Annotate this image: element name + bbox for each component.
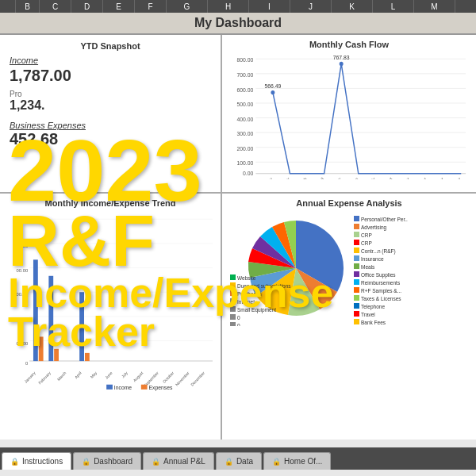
svg-text:Insurance: Insurance: [361, 256, 384, 262]
svg-text:00.00: 00.00: [17, 244, 29, 248]
tab-dashboard-label: Dashboard: [94, 457, 132, 466]
col-l: L: [373, 0, 414, 13]
svg-rect-94: [354, 271, 359, 277]
svg-rect-114: [230, 298, 236, 304]
svg-text:0: 0: [237, 323, 240, 326]
svg-rect-54: [79, 292, 84, 361]
svg-rect-88: [354, 248, 359, 253]
tab-home-label: Home Of...: [284, 457, 322, 466]
annual-lock-icon: 🔒: [152, 458, 160, 466]
svg-text:200.00: 200.00: [236, 146, 253, 152]
svg-text:566.49: 566.49: [264, 83, 281, 89]
svg-text:Telephone: Telephone: [361, 304, 385, 310]
svg-rect-55: [85, 353, 90, 361]
tab-instructions-label: Instructions: [22, 457, 63, 466]
svg-text:00.00: 00.00: [17, 341, 29, 346]
tab-data[interactable]: 🔒 Data: [216, 452, 262, 470]
col-m: M: [414, 0, 455, 13]
svg-text:CRP: CRP: [361, 232, 372, 238]
svg-text:0: 0: [237, 315, 240, 321]
tab-data-label: Data: [236, 457, 253, 466]
tab-dashboard[interactable]: 🔒 Dashboard: [73, 452, 141, 470]
svg-text:Meals: Meals: [361, 264, 375, 270]
svg-rect-82: [354, 224, 359, 229]
svg-rect-84: [354, 232, 359, 237]
svg-rect-48: [33, 259, 38, 361]
tabs-row: 🔒 Instructions 🔒 Dashboard 🔒 Annual P&L …: [0, 447, 476, 470]
col-e: E: [103, 0, 135, 13]
svg-text:Bank Fees: Bank Fees: [361, 320, 386, 325]
svg-text:August: August: [381, 176, 393, 179]
svg-rect-86: [354, 240, 359, 245]
svg-text:Purchases: Purchases: [237, 291, 262, 297]
svg-text:Website: Website: [237, 275, 256, 281]
svg-text:September: September: [392, 176, 410, 179]
svg-text:May: May: [90, 370, 98, 379]
data-lock-icon: 🔒: [225, 458, 233, 466]
col-h: H: [208, 0, 249, 13]
annual-panel: Annual Expense Analysis: [222, 194, 476, 440]
dashboard-title: My Dashboard: [0, 13, 476, 35]
ytd-profit-value: 1,234.: [10, 98, 211, 113]
svg-text:Office Supplies: Office Supplies: [361, 272, 396, 278]
svg-text:Personal/Other Per..: Personal/Other Per..: [361, 217, 408, 222]
svg-text:June: June: [349, 176, 359, 179]
svg-text:Reimbursements: Reimbursements: [361, 280, 401, 286]
col-g: G: [167, 0, 208, 13]
svg-rect-116: [230, 306, 236, 312]
instructions-lock-icon: 🔒: [10, 458, 19, 466]
svg-text:December: December: [444, 176, 462, 179]
monthly-chart: 0000 00.00 00.00 00.00 00.00 00.00 0: [6, 211, 214, 393]
bottom-section: Monthly Income/Expense Trend 0000 00.00 …: [0, 194, 476, 440]
ytd-expense-value: 452.68: [10, 130, 211, 148]
svg-text:00.00: 00.00: [17, 292, 29, 297]
svg-rect-80: [354, 216, 359, 221]
ytd-title: YTD Snapshot: [10, 41, 211, 51]
svg-rect-92: [354, 263, 359, 269]
svg-rect-98: [354, 287, 359, 293]
svg-text:R+F Samples &...: R+F Samples &...: [361, 288, 401, 294]
svg-rect-106: [354, 319, 359, 324]
tab-home-office[interactable]: 🔒 Home Of...: [263, 452, 331, 470]
column-headers: B C D E F G H I J K L M: [0, 0, 476, 13]
ytd-income-label: Income: [10, 56, 211, 65]
svg-text:Taxes & Licenses: Taxes & Licenses: [361, 296, 401, 301]
svg-text:February: February: [275, 176, 291, 179]
svg-text:Travel: Travel: [361, 312, 375, 317]
svg-rect-49: [39, 336, 44, 361]
home-lock-icon: 🔒: [272, 458, 281, 466]
ytd-expense-label: Business Expenses: [10, 121, 211, 130]
svg-rect-120: [230, 322, 236, 326]
col-c: C: [40, 0, 71, 13]
tab-instructions[interactable]: 🔒 Instructions: [2, 452, 71, 470]
svg-text:800.00: 800.00: [236, 57, 253, 63]
svg-text:February: February: [37, 370, 52, 385]
svg-text:December: December: [190, 370, 205, 387]
monthly-panel: Monthly Income/Expense Trend 0000 00.00 …: [0, 194, 222, 440]
svg-rect-112: [230, 290, 236, 296]
svg-text:Income: Income: [114, 385, 132, 390]
svg-text:CRP: CRP: [361, 240, 372, 246]
svg-text:400.00: 400.00: [236, 117, 253, 122]
main-content: YTD Snapshot Income 1,787.00 Pro 1,234. …: [0, 35, 476, 447]
svg-text:767.83: 767.83: [333, 55, 350, 60]
svg-text:January: January: [259, 176, 274, 179]
tab-annual-label: Annual P&L: [163, 457, 205, 466]
svg-text:Advertising: Advertising: [361, 225, 387, 231]
svg-text:0: 0: [25, 361, 29, 366]
tab-annual-pl[interactable]: 🔒 Annual P&L: [143, 452, 214, 470]
svg-point-19: [340, 62, 344, 66]
svg-text:May: May: [333, 176, 342, 179]
svg-text:July: July: [121, 370, 129, 378]
svg-text:700.00: 700.00: [236, 72, 253, 78]
svg-text:April: April: [316, 176, 325, 179]
cashflow-chart: 800.00 700.00 600.00 500.00 400.00 300.0…: [228, 52, 470, 179]
svg-rect-102: [354, 303, 359, 309]
cashflow-panel: Monthly Cash Flow 800.00 700.00 600.00 5…: [222, 35, 476, 192]
svg-text:0.00: 0.00: [243, 171, 253, 176]
svg-text:March: March: [296, 176, 308, 179]
svg-text:00.00: 00.00: [17, 268, 29, 273]
svg-text:100.00: 100.00: [236, 160, 253, 166]
svg-text:June: June: [104, 370, 113, 380]
svg-text:November: November: [175, 370, 190, 387]
